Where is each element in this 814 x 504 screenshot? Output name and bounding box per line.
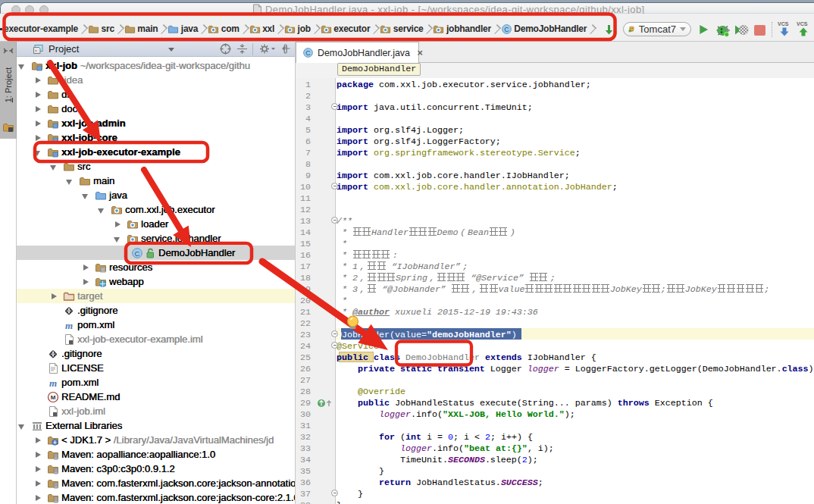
svg-text:C: C (135, 249, 140, 257)
svg-text:C: C (504, 25, 509, 33)
svg-text:C: C (305, 49, 311, 57)
svg-text:m: m (49, 377, 57, 388)
svg-text:m: m (65, 319, 73, 330)
svg-text:M: M (51, 394, 56, 401)
